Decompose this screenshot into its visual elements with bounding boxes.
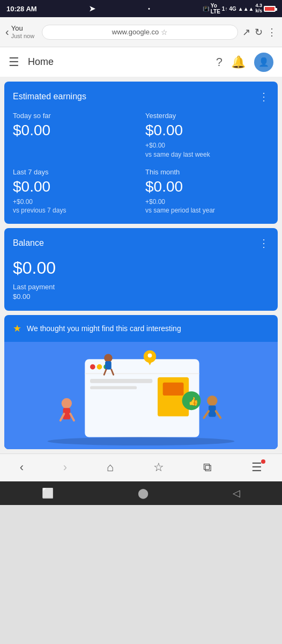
- signal-text: YoLTE: [211, 3, 220, 14]
- svg-point-19: [62, 398, 72, 408]
- refresh-icon[interactable]: ↻: [255, 26, 263, 38]
- browser-tabs-button[interactable]: ⧉: [199, 458, 216, 477]
- recent-apps-button[interactable]: ⬜: [42, 487, 54, 499]
- balance-more-icon[interactable]: ⋮: [258, 237, 269, 250]
- vibrate-icon: 📳: [203, 6, 209, 12]
- browser-forward-nav-button[interactable]: ›: [59, 458, 71, 477]
- interesting-header: ★ We thought you might find this card in…: [4, 315, 278, 342]
- this-month-value: $0.00: [145, 178, 269, 195]
- header-icons: ? 🔔 👤: [216, 53, 273, 72]
- earnings-card-header: Estimated earnings ⋮: [13, 90, 269, 103]
- svg-point-14: [148, 353, 152, 357]
- earnings-title: Estimated earnings: [13, 92, 86, 101]
- share-icon[interactable]: ↗: [242, 26, 250, 38]
- back-label: You Just now: [11, 24, 34, 40]
- earnings-yesterday: Yesterday $0.00 +$0.00 vs same day last …: [145, 112, 269, 159]
- help-icon[interactable]: ?: [216, 55, 222, 69]
- svg-rect-7: [90, 386, 137, 389]
- yesterday-change-label: vs same day last week: [145, 151, 210, 158]
- earnings-more-icon[interactable]: ⋮: [258, 90, 269, 103]
- send-icon: ➤: [89, 4, 95, 13]
- back-name: You: [11, 24, 34, 33]
- status-icons: 📳 YoLTE 1↑ 4G ▲▲▲ 4.3 k/s: [203, 3, 276, 14]
- 4g-icon: 4G: [229, 6, 236, 12]
- earnings-grid: Today so far $0.00 Yesterday $0.00 +$0.0…: [13, 112, 269, 215]
- notification-bell-icon[interactable]: 🔔: [231, 55, 246, 69]
- browser-nav: ‹ › ⌂ ☆ ⧉ ☰: [0, 453, 282, 481]
- this-month-change-amount: +$0.00: [145, 198, 165, 206]
- url-text: www.google.co: [112, 28, 159, 36]
- back-arrow-icon: ‹: [5, 26, 9, 38]
- menu-notification-dot: [261, 459, 265, 464]
- svg-rect-24: [209, 405, 216, 416]
- last7-value: $0.00: [13, 178, 137, 195]
- back-time: Just now: [11, 33, 34, 40]
- url-star-icon: ☆: [161, 28, 168, 36]
- interesting-text: We thought you might find this card inte…: [27, 324, 181, 333]
- app-header: ☰ Home ? 🔔 👤: [0, 47, 282, 77]
- url-bar[interactable]: www.google.co ☆: [42, 25, 238, 40]
- svg-point-23: [207, 396, 217, 406]
- status-time: 10:28 AM: [6, 5, 37, 13]
- last7-change: +$0.00 vs previous 7 days: [13, 197, 137, 216]
- interesting-card: ★ We thought you might find this card in…: [4, 315, 278, 449]
- browser-actions: ↗ ↻ ⋮: [242, 26, 277, 38]
- estimated-earnings-card: Estimated earnings ⋮ Today so far $0.00 …: [4, 82, 278, 224]
- browser-back-button[interactable]: ‹ You Just now: [5, 24, 38, 40]
- hamburger-menu-icon[interactable]: ☰: [9, 55, 19, 69]
- avatar[interactable]: 👤: [254, 53, 273, 72]
- browser-bookmarks-button[interactable]: ☆: [149, 458, 168, 477]
- today-label: Today so far: [13, 112, 137, 120]
- earnings-this-month: This month $0.00 +$0.00 vs same period l…: [145, 168, 269, 216]
- browser-home-button[interactable]: ⌂: [102, 458, 118, 477]
- svg-rect-16: [105, 361, 112, 370]
- yesterday-change-amount: +$0.00: [145, 142, 165, 149]
- app-title: Home: [28, 56, 207, 68]
- system-back-button[interactable]: ◁: [233, 487, 240, 499]
- browser-menu-button[interactable]: ☰: [247, 458, 266, 477]
- svg-text:👍: 👍: [188, 396, 199, 406]
- balance-card: Balance ⋮ $0.00 Last payment $0.00: [4, 228, 278, 310]
- this-month-change: +$0.00 vs same period last year: [145, 197, 269, 216]
- this-month-change-label: vs same period last year: [145, 207, 215, 214]
- illustration-area: 👍: [4, 342, 278, 449]
- status-dot: •: [148, 6, 150, 12]
- earnings-today: Today so far $0.00: [13, 112, 137, 159]
- avatar-icon: 👤: [258, 57, 269, 67]
- last7-label: Last 7 days: [13, 168, 137, 176]
- svg-point-2: [90, 364, 95, 369]
- browser-bar: ‹ You Just now www.google.co ☆ ↗ ↻ ⋮: [0, 17, 282, 47]
- speed-text: 4.3 k/s: [255, 3, 262, 14]
- system-home-button[interactable]: ⬤: [138, 487, 149, 499]
- svg-rect-6: [90, 379, 152, 383]
- yesterday-value: $0.00: [145, 122, 269, 139]
- svg-point-15: [104, 354, 113, 362]
- interesting-star-icon: ★: [13, 323, 21, 334]
- battery-icon: [264, 6, 276, 12]
- status-bar: 10:28 AM ➤ • 📳 YoLTE 1↑ 4G ▲▲▲ 4.3 k/s: [0, 0, 282, 17]
- this-month-label: This month: [145, 168, 269, 176]
- svg-point-3: [97, 364, 102, 369]
- yesterday-change: +$0.00 vs same day last week: [145, 141, 269, 159]
- balance-sub: Last payment $0.00: [13, 282, 269, 302]
- today-value: $0.00: [13, 122, 137, 139]
- balance-value: $0.00: [13, 258, 269, 278]
- earnings-last7: Last 7 days $0.00 +$0.00 vs previous 7 d…: [13, 168, 137, 216]
- system-nav: ⬜ ⬤ ◁: [0, 481, 282, 505]
- balance-title: Balance: [13, 238, 44, 248]
- svg-point-27: [47, 437, 234, 445]
- last7-change-amount: +$0.00: [13, 198, 33, 206]
- wifi-icon: ▲▲▲: [238, 6, 254, 12]
- last-payment-value: $0.00: [13, 292, 31, 301]
- svg-rect-9: [163, 382, 184, 395]
- illustration-svg: 👍: [4, 342, 278, 449]
- last7-change-label: vs previous 7 days: [13, 207, 66, 214]
- signal-bars: 1↑: [222, 6, 228, 12]
- main-content: Estimated earnings ⋮ Today so far $0.00 …: [0, 77, 282, 453]
- more-icon[interactable]: ⋮: [267, 26, 277, 38]
- last-payment-label: Last payment: [13, 283, 55, 291]
- yesterday-label: Yesterday: [145, 112, 269, 120]
- browser-back-nav-button[interactable]: ‹: [16, 458, 28, 477]
- balance-card-header: Balance ⋮: [13, 237, 269, 250]
